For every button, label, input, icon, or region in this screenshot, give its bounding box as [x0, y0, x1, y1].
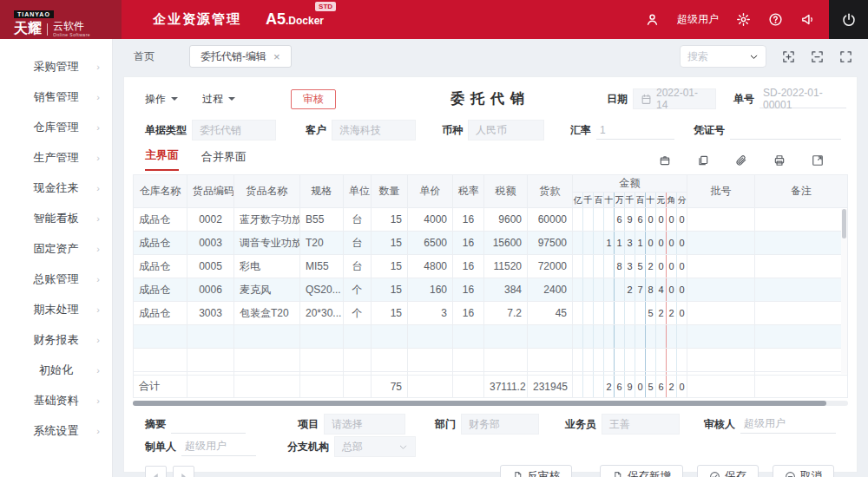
voucher-label: 凭证号 — [694, 123, 725, 138]
column-header[interactable]: 货品名称 — [234, 175, 300, 208]
column-header[interactable]: 货款 — [528, 175, 573, 208]
column-header[interactable]: 仓库名称 — [134, 175, 187, 208]
table-row[interactable]: 成品仓0005彩电MI55台1548001611520720008352000 — [134, 255, 848, 278]
horizontal-scrollbar[interactable] — [133, 401, 848, 406]
document-tab-bar: 首页 委托代销-编辑 × 搜索 — [113, 39, 868, 74]
empty-row[interactable] — [134, 325, 848, 349]
salesman-field[interactable]: 王善 — [602, 414, 680, 435]
close-tab-icon[interactable]: × — [273, 50, 280, 63]
announcement-icon[interactable] — [800, 12, 815, 27]
column-header[interactable]: 税额 — [484, 175, 528, 208]
help-icon[interactable] — [768, 12, 783, 27]
column-header[interactable]: 单位 — [344, 175, 372, 208]
column-header[interactable]: 单价 — [408, 175, 453, 208]
creator-field[interactable]: 超级用户 — [181, 437, 256, 456]
column-header[interactable]: 数量 — [372, 175, 408, 208]
settings-gear-icon[interactable] — [736, 12, 751, 27]
column-header[interactable]: 规格 — [300, 175, 344, 208]
vertical-scrollbar[interactable] — [841, 209, 847, 374]
chevron-right-icon: › — [96, 335, 100, 345]
search-select[interactable]: 搜索 — [680, 45, 766, 68]
logo-cn-text: 天耀 — [14, 20, 42, 38]
attachment-icon[interactable] — [735, 154, 747, 167]
logout-power-button[interactable] — [829, 0, 868, 39]
save-button[interactable]: 保存 — [697, 465, 759, 477]
caret-down-icon — [228, 97, 235, 104]
tab-merged-view[interactable]: 合并界面 — [201, 149, 247, 171]
user-icon[interactable] — [645, 12, 660, 27]
empty-row[interactable] — [134, 349, 848, 372]
logo-tagline: Online Software — [53, 33, 90, 37]
rate-label: 汇率 — [570, 123, 591, 138]
document-title: 委托代销 — [450, 90, 530, 108]
table-row[interactable]: 成品仓0003调音专业功放机T20台1565001615600975001131… — [134, 232, 848, 255]
archive-icon[interactable] — [659, 154, 671, 167]
column-header[interactable]: 货品编码 — [187, 175, 234, 208]
print-icon[interactable] — [773, 154, 786, 167]
sidebar-item-9[interactable]: 期末处理› — [0, 294, 112, 324]
tab-active-document[interactable]: 委托代销-编辑 × — [189, 45, 292, 68]
tab-main-view[interactable]: 主界面 — [145, 147, 179, 171]
sidebar-item-label: 采购管理 — [34, 59, 79, 75]
sidebar-item-label: 总账管理 — [34, 271, 79, 287]
docno-field[interactable]: SD-2022-01-00001 — [760, 89, 846, 108]
column-header[interactable]: 税率 — [453, 175, 484, 208]
auditor-label: 审核人 — [704, 417, 735, 432]
currency-field[interactable]: 人民币 — [468, 120, 544, 140]
sidebar-item-8[interactable]: 总账管理› — [0, 264, 112, 294]
sidebar-item-5[interactable]: 现金往来› — [0, 173, 112, 203]
auditor-field[interactable]: 超级用户 — [740, 415, 836, 434]
table-row[interactable]: 成品仓3003包装盒T2020*30...个153167.2455220 — [134, 302, 848, 325]
rate-field[interactable]: 1 — [596, 121, 674, 140]
branch-select[interactable]: 总部 — [334, 436, 416, 457]
document-fields: 单据类型 委托代销 客户 洪海科技 币种 人民币 汇率 1 凭证号 — [124, 115, 857, 145]
fullscreen-icon[interactable] — [839, 50, 852, 63]
sidebar-item-10[interactable]: 财务报表› — [0, 324, 112, 355]
app-version: A5.Docker STD — [266, 10, 324, 29]
date-field[interactable]: 2022-01-14 — [633, 88, 716, 109]
total-row[interactable]: 合计7537111.223194526905620 — [134, 376, 848, 398]
current-username[interactable]: 超级用户 — [677, 12, 719, 27]
sidebar-item-label: 财务报表 — [34, 332, 79, 348]
expand-icon[interactable] — [812, 154, 824, 167]
unaudit-button[interactable]: 反审核 — [500, 465, 573, 477]
customer-field[interactable]: 洪海科技 — [332, 120, 416, 140]
summary-form: 摘要 项目 请选择 部门 财务部 业务员 王善 审核人 超级用户 制单人 超级用… — [124, 406, 857, 458]
copy-icon[interactable] — [697, 154, 709, 167]
sidebar-item-1[interactable]: 采购管理› — [0, 51, 112, 82]
project-field[interactable]: 请选择 — [324, 414, 405, 435]
doc-type-field[interactable]: 委托代销 — [192, 120, 276, 140]
sidebar-item-13[interactable]: 系统设置› — [0, 415, 112, 446]
sidebar-item-12[interactable]: 基础资料› — [0, 385, 112, 415]
sidebar-item-3[interactable]: 仓库管理› — [0, 112, 112, 142]
voucher-field[interactable] — [730, 121, 841, 140]
sidebar-item-7[interactable]: 固定资产› — [0, 233, 112, 264]
table-row[interactable]: 成品仓0002蓝牙数字功放机B55台1540001696006000069600… — [134, 208, 848, 232]
process-menu[interactable]: 过程 — [202, 92, 235, 107]
digit-column-header: 分 — [677, 193, 687, 208]
customer-label: 客户 — [306, 123, 326, 138]
save-new-button[interactable]: 保存新增 — [600, 465, 683, 477]
department-field[interactable]: 财务部 — [461, 414, 539, 435]
zoom-in-fullscreen-icon[interactable] — [782, 50, 795, 63]
cancel-button[interactable]: 取消 — [773, 465, 834, 477]
action-menu[interactable]: 操作 — [145, 92, 178, 107]
column-header[interactable]: 批号 — [687, 175, 755, 208]
sidebar-item-label: 生产管理 — [34, 150, 79, 166]
table-row[interactable]: 成品仓0006麦克风QS20...个15160163842400278400 — [134, 278, 848, 302]
sidebar-item-6[interactable]: 智能看板› — [0, 203, 112, 233]
summary-field[interactable] — [171, 415, 246, 434]
sidebar-item-4[interactable]: 生产管理› — [0, 142, 112, 173]
tab-home[interactable]: 首页 — [134, 49, 155, 64]
zoom-out-fullscreen-icon[interactable] — [811, 50, 824, 63]
check-circle-icon — [709, 471, 720, 477]
chevron-right-icon: › — [96, 183, 100, 193]
chevron-right-icon: › — [96, 153, 100, 163]
next-record-button[interactable] — [173, 466, 194, 477]
prev-record-button[interactable] — [145, 466, 167, 477]
view-tabs: 主界面 合并界面 — [124, 145, 857, 171]
sidebar-item-2[interactable]: 销售管理› — [0, 82, 112, 112]
digit-column-header: 元 — [656, 193, 667, 208]
sidebar-item-11[interactable]: 初始化› — [0, 355, 112, 385]
column-header[interactable]: 备注 — [755, 175, 848, 208]
